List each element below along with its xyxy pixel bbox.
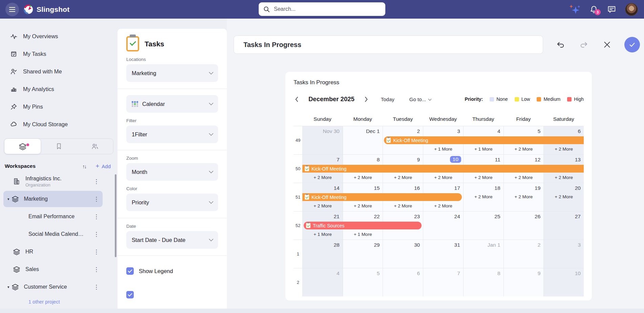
day-cell[interactable]: 30 <box>383 240 423 268</box>
clipped-checkbox[interactable] <box>126 291 134 298</box>
day-cell[interactable]: 4 <box>302 268 343 296</box>
global-search[interactable] <box>259 2 385 16</box>
other-projects-link[interactable]: 1 other project <box>28 299 117 305</box>
sidebar-item-my-tasks[interactable]: My Tasks <box>0 45 117 63</box>
more-events-link[interactable]: + 1 More <box>303 232 343 237</box>
day-cell[interactable]: 27 <box>543 211 584 240</box>
day-cell[interactable]: 31 <box>423 240 463 268</box>
workspace-item-organization[interactable]: Infragistics Inc. Organization ⋮ <box>3 173 103 189</box>
more-events-link[interactable]: + 1 More <box>423 147 463 152</box>
day-cell[interactable]: 24 <box>423 211 463 240</box>
more-events-link[interactable]: + 2 More <box>303 175 343 180</box>
prev-month-button[interactable] <box>294 95 300 104</box>
locations-dropdown[interactable]: Marketing <box>126 64 218 82</box>
more-events-link[interactable]: + 2 More <box>504 175 544 180</box>
kebab-menu-icon[interactable]: ⋮ <box>93 196 99 203</box>
search-input[interactable] <box>274 6 381 12</box>
sidebar-item-my-pins[interactable]: My Pins <box>0 98 117 115</box>
kebab-menu-icon[interactable]: ⋮ <box>93 284 99 291</box>
day-cell[interactable]: 3 <box>543 240 584 268</box>
day-cell[interactable]: 10 <box>543 268 584 296</box>
kebab-menu-icon[interactable]: ⋮ <box>93 178 99 185</box>
day-cell[interactable]: Nov 30 <box>302 126 343 154</box>
day-cell[interactable]: Dec 1 <box>343 126 383 154</box>
ai-sparkles-icon[interactable] <box>569 4 581 15</box>
date-dropdown[interactable]: Start Date - Due Date <box>126 231 218 249</box>
sidebar-item-my-analytics[interactable]: My Analytics <box>0 80 117 98</box>
kebab-menu-icon[interactable]: ⋮ <box>93 248 99 255</box>
workspace-item-customer-service[interactable]: ▾ Customer Service ⋮ <box>3 279 103 295</box>
filter-dropdown[interactable]: 1Filter <box>126 126 218 143</box>
undo-button[interactable] <box>556 40 565 49</box>
more-events-link[interactable]: + 2 More <box>423 175 463 180</box>
kebab-menu-icon[interactable]: ⋮ <box>93 213 99 220</box>
more-events-link[interactable]: + 2 More <box>383 203 423 208</box>
user-avatar[interactable] <box>625 3 638 16</box>
sidebar-item-my-overviews[interactable]: My Overviews <box>0 27 117 45</box>
more-events-link[interactable]: + 2 More <box>343 175 383 180</box>
more-events-link[interactable]: + 1 More <box>464 147 503 152</box>
kebab-menu-icon[interactable]: ⋮ <box>93 266 99 273</box>
caret-down-icon[interactable]: ▾ <box>7 285 9 289</box>
kebab-menu-icon[interactable]: ⋮ <box>93 231 99 238</box>
more-events-link[interactable]: + 2 More <box>383 175 423 180</box>
more-events-link[interactable]: + 2 More <box>464 194 503 199</box>
more-events-link[interactable]: + 2 More <box>544 194 584 199</box>
day-cell[interactable]: 20+ 2 More <box>543 183 584 211</box>
color-dropdown[interactable]: Priority <box>126 194 218 211</box>
workspace-item-hr[interactable]: HR ⋮ <box>3 244 103 260</box>
tab-members[interactable] <box>77 139 113 154</box>
project-item-social-media-calendar[interactable]: Social Media Calend… ⋮ <box>3 226 103 242</box>
day-cell[interactable]: 6 <box>383 268 423 296</box>
day-cell[interactable]: 25 <box>463 211 503 240</box>
more-events-link[interactable]: + 2 More <box>504 194 544 199</box>
workspace-item-sales[interactable]: Sales ⋮ <box>3 261 103 277</box>
more-events-link[interactable]: + 2 More <box>464 175 503 180</box>
day-cell[interactable]: 5 <box>343 268 383 296</box>
more-events-link[interactable]: + 2 More <box>504 147 544 152</box>
sort-icon[interactable]: ↑↓ <box>82 163 86 169</box>
more-events-link[interactable]: + 2 More <box>544 175 584 180</box>
confirm-button[interactable] <box>624 37 640 52</box>
redo-button[interactable] <box>579 40 588 49</box>
goto-dropdown[interactable]: Go to... <box>409 96 431 102</box>
event-bar[interactable]: Kick-Off Meeting <box>302 165 584 173</box>
project-item-email-performance[interactable]: Email Performance ⋮ <box>3 208 103 225</box>
sidebar-item-shared-with-me[interactable]: Shared with Me <box>0 63 117 80</box>
day-cell[interactable]: 18+ 2 More <box>463 183 503 211</box>
hamburger-menu-button[interactable] <box>5 3 19 16</box>
dashboard-title-input[interactable] <box>234 36 543 54</box>
tab-workspaces[interactable] <box>4 139 41 154</box>
day-cell[interactable]: 29 <box>343 240 383 268</box>
caret-down-icon[interactable]: ▾ <box>7 197 9 201</box>
workspace-item-marketing[interactable]: ▾ Marketing ⋮ <box>3 191 103 207</box>
close-button[interactable] <box>603 40 611 49</box>
event-bar[interactable]: Kick-Off Meeting <box>302 193 462 201</box>
more-events-link[interactable]: + 1 More <box>343 232 383 237</box>
event-bar[interactable]: Kick-Off Meeting <box>384 136 584 144</box>
day-cell[interactable]: Jan 1 <box>463 240 503 268</box>
sidebar-item-my-cloud-storage[interactable]: My Cloud Storage <box>0 115 117 133</box>
day-cell[interactable]: 8 <box>463 268 503 296</box>
tab-bookmarks[interactable] <box>41 139 77 154</box>
notifications-button[interactable]: 3 <box>589 5 598 14</box>
more-events-link[interactable]: + 2 More <box>423 203 463 208</box>
today-button[interactable]: Today <box>381 96 394 102</box>
more-events-link[interactable]: + 2 More <box>303 203 343 208</box>
show-legend-checkbox[interactable] <box>126 267 134 275</box>
view-type-dropdown[interactable]: Calendar <box>126 95 218 113</box>
day-cell[interactable]: 9 <box>503 268 544 296</box>
zoom-dropdown[interactable]: Month <box>126 163 218 181</box>
day-cell[interactable]: 19+ 2 More <box>503 183 544 211</box>
next-month-button[interactable] <box>363 95 369 104</box>
day-cell[interactable]: 2 <box>503 240 544 268</box>
day-cell[interactable]: 28 <box>302 240 343 268</box>
more-events-link[interactable]: + 2 More <box>544 147 584 152</box>
event-bar[interactable]: Traffic Sources <box>304 222 422 229</box>
sidebar-scrollbar[interactable] <box>115 174 116 257</box>
more-events-link[interactable]: + 2 More <box>343 203 383 208</box>
day-cell[interactable]: 7 <box>423 268 463 296</box>
add-workspace-button[interactable]: + Add <box>95 162 111 170</box>
messages-button[interactable] <box>607 5 616 14</box>
day-cell[interactable]: 26 <box>503 211 544 240</box>
